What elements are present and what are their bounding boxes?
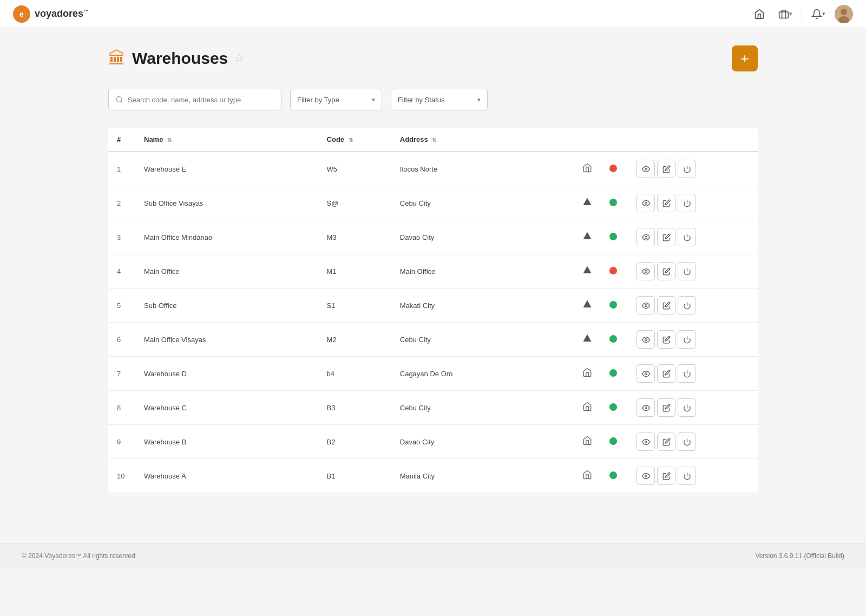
edit-button[interactable] [657,467,675,485]
favorite-star-icon[interactable]: ☆ [234,51,245,65]
svg-point-27 [645,441,647,443]
view-button[interactable] [637,194,655,212]
action-buttons [637,228,749,246]
filter-type-dropdown[interactable]: Filter by Type ▾ [290,89,382,110]
power-icon [683,267,691,276]
filter-status-dropdown[interactable]: Filter by Status ▾ [391,89,488,110]
power-icon [683,472,691,480]
view-button[interactable] [637,364,655,383]
edit-button[interactable] [657,194,675,212]
row-address: Cagayan De Oro [391,357,574,391]
logo: e voyadores™ [13,5,88,23]
col-header-name[interactable]: Name ⇅ [135,128,318,152]
row-type [574,323,601,357]
power-button[interactable] [678,262,696,280]
row-address: Cebu City [391,186,574,220]
edit-button[interactable] [657,364,675,383]
view-button[interactable] [637,398,655,417]
col-header-status [601,128,628,152]
row-type [574,289,601,323]
row-status [601,254,628,289]
row-address: Main Office [391,254,574,289]
svg-point-21 [645,338,647,340]
row-status [601,357,628,391]
col-header-code[interactable]: Code ⇅ [318,128,391,152]
power-button[interactable] [678,330,696,349]
edit-button[interactable] [657,296,675,314]
svg-point-12 [645,236,647,238]
view-button[interactable] [637,160,655,178]
edit-icon [662,404,671,412]
action-buttons [637,160,749,178]
row-status [601,289,628,323]
edit-icon [662,233,671,241]
row-name: Sub Office [135,289,318,323]
power-button[interactable] [678,467,696,485]
status-dot [609,199,617,206]
navbar: e voyadores™ ▾ ▾ [0,0,866,28]
view-button[interactable] [637,262,655,280]
view-button[interactable] [637,467,655,485]
add-warehouse-button[interactable]: + [732,45,758,71]
avatar-icon [835,5,853,23]
table-row: 1 Warehouse E W5 Ilocos Norte [108,152,758,186]
row-address: Ilocos Norte [391,152,574,186]
power-button[interactable] [678,398,696,417]
power-button[interactable] [678,296,696,314]
table-header-row: # Name ⇅ Code ⇅ Address ⇅ [108,128,758,152]
svg-line-5 [121,101,122,103]
col-header-address[interactable]: Address ⇅ [391,128,574,152]
edit-button[interactable] [657,330,675,349]
view-button[interactable] [637,228,655,246]
power-icon [683,438,691,446]
view-button[interactable] [637,330,655,349]
view-button[interactable] [637,432,655,451]
row-address: Cebu City [391,323,574,357]
svg-point-18 [645,304,647,306]
power-button[interactable] [678,160,696,178]
row-type [574,152,601,186]
warehouses-table: # Name ⇅ Code ⇅ Address ⇅ 1 Warehouse E … [108,128,758,493]
power-button[interactable] [678,432,696,451]
svg-point-2 [841,9,847,15]
search-input[interactable] [128,96,274,104]
edit-button[interactable] [657,262,675,280]
search-box [108,89,281,110]
row-actions [628,357,758,391]
power-icon [683,404,691,412]
row-name: Warehouse C [135,391,318,425]
eye-icon [642,199,650,207]
home-button[interactable] [750,4,769,24]
action-buttons [637,467,749,485]
warehouse-type-icon [582,368,592,377]
edit-button[interactable] [657,398,675,417]
main-content: 🏛 Warehouses ☆ + Filter by Type ▾ Filter… [87,28,779,510]
tools-button[interactable]: ▾ [776,4,795,24]
edit-icon [662,472,671,480]
notifications-button[interactable]: ▾ [809,4,828,24]
eye-icon [642,404,650,412]
row-name: Sub Office Visayas [135,186,318,220]
row-num: 8 [108,391,135,425]
edit-icon [662,302,671,310]
power-button[interactable] [678,364,696,383]
row-actions [628,186,758,220]
edit-button[interactable] [657,228,675,246]
edit-button[interactable] [657,160,675,178]
power-button[interactable] [678,194,696,212]
power-icon [683,336,691,344]
row-status [601,391,628,425]
view-button[interactable] [637,296,655,314]
sort-code-icon: ⇅ [349,137,353,143]
row-num: 5 [108,289,135,323]
power-icon [683,165,691,173]
edit-button[interactable] [657,432,675,451]
row-name: Warehouse E [135,152,318,186]
power-button[interactable] [678,228,696,246]
eye-icon [642,165,650,173]
eye-icon [642,370,650,378]
search-icon [115,95,123,104]
row-actions [628,459,758,493]
user-avatar[interactable] [835,5,853,23]
row-num: 6 [108,323,135,357]
